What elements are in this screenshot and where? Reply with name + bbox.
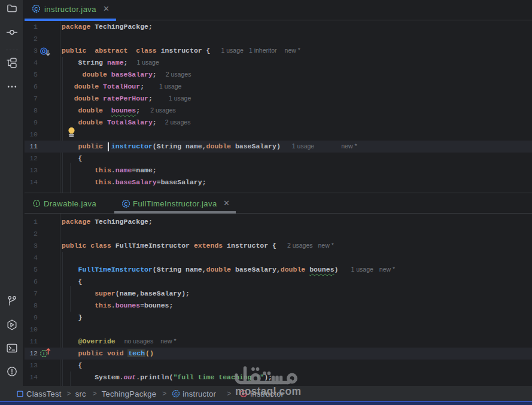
svg-text:C: C — [174, 391, 178, 397]
svg-text:C: C — [124, 201, 127, 207]
svg-text:C: C — [34, 6, 38, 12]
svg-text:I: I — [36, 201, 37, 206]
svg-text:I: I — [43, 351, 44, 357]
